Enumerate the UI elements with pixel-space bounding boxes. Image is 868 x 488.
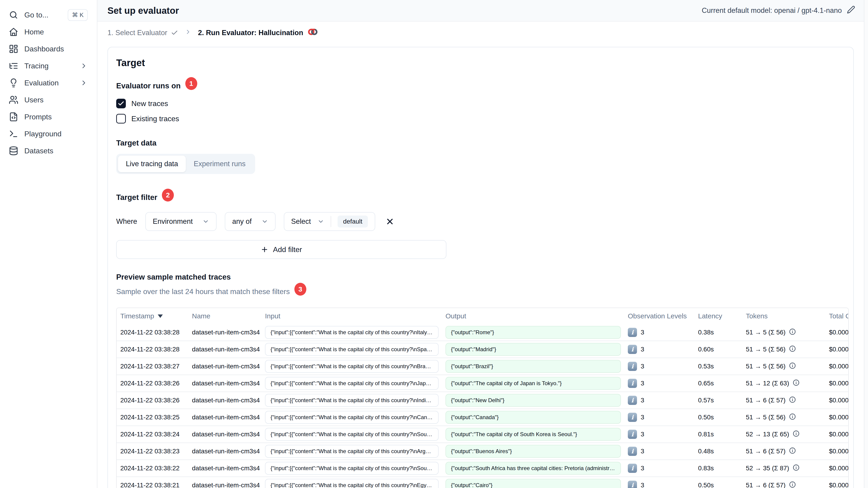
sidebar-item-home[interactable]: Home [0, 24, 97, 40]
target-card: Target Evaluator runs on 1 New tracesExi… [107, 47, 854, 488]
table-row[interactable]: 2024-11-22 03:38:28dataset-run-item-cm3s… [117, 324, 848, 340]
name-cell: dataset-run-item-cm3s4 [188, 414, 261, 421]
breadcrumb-step-1[interactable]: 1. Select Evaluator [107, 29, 178, 37]
page-scrollbar[interactable] [864, 0, 868, 488]
chevron-down-icon [202, 218, 209, 225]
sidebar-item-datasets[interactable]: Datasets [0, 142, 97, 159]
chevron-down-icon [317, 218, 324, 225]
timestamp-cell: 2024-11-22 03:38:26 [117, 397, 188, 404]
column-header-timestamp[interactable]: Timestamp [117, 312, 188, 320]
target-data-label: Target data [116, 139, 849, 148]
info-icon [789, 345, 796, 354]
total-cost-cell: $0.000011 ( [825, 329, 848, 336]
model-label: Current default model: openai / gpt-4.1-… [702, 6, 842, 15]
traces-table: TimestampNameInputOutputObservation Leve… [116, 307, 849, 488]
latency-cell: 0.65s [694, 380, 742, 387]
sidebar-item-tracing[interactable]: Tracing [0, 57, 97, 74]
sort-desc-icon [158, 315, 163, 318]
info-level-icon: i [628, 328, 637, 337]
name-cell: dataset-run-item-cm3s4 [188, 363, 261, 370]
total-cost-cell: $0.000011 ( [825, 363, 848, 370]
datasets-icon [9, 146, 19, 156]
table-row[interactable]: 2024-11-22 03:38:24dataset-run-item-cm3s… [117, 426, 848, 443]
table-body: 2024-11-22 03:38:28dataset-run-item-cm3s… [117, 324, 848, 488]
close-icon [385, 217, 395, 226]
table-row[interactable]: 2024-11-22 03:38:28dataset-run-item-cm3s… [117, 340, 848, 358]
shortcut-badge: ⌘ K [68, 9, 88, 21]
tab-live-tracing-data[interactable]: Live tracing data [118, 156, 186, 172]
sidebar-item-label: Tracing [24, 62, 49, 70]
sidebar-item-evaluation[interactable]: Evaluation [0, 74, 97, 91]
sidebar-item-label: Prompts [24, 113, 52, 121]
filter-value-select[interactable]: Select default [284, 212, 375, 231]
checkbox-checked[interactable] [116, 99, 126, 108]
table-row[interactable]: 2024-11-22 03:38:23dataset-run-item-cm3s… [117, 443, 848, 459]
check-icon [171, 29, 178, 36]
output-cell: {"output":"Cairo"} [445, 479, 621, 488]
topbar: Set up evaluator Current default model: … [97, 0, 868, 22]
edit-pencil-icon[interactable] [847, 5, 855, 15]
home-icon [9, 27, 19, 37]
table-row[interactable]: 2024-11-22 03:38:26dataset-run-item-cm3s… [117, 375, 848, 392]
sidebar-item-dashboards[interactable]: Dashboards [0, 40, 97, 57]
input-cell: {"input":[{"content":"What is the capita… [265, 326, 439, 339]
checkbox-label: Existing traces [131, 115, 179, 123]
default-model-info: Current default model: openai / gpt-4.1-… [702, 5, 855, 15]
observation-levels-cell: i3 [624, 413, 694, 422]
table-row[interactable]: 2024-11-22 03:38:21dataset-run-item-cm3s… [117, 477, 848, 488]
column-header-output: Output [442, 312, 624, 320]
checkbox[interactable] [116, 114, 126, 124]
latency-cell: 0.57s [694, 397, 742, 404]
tokens-cell: 51 → 5 (Σ 56) [742, 362, 825, 371]
divider [331, 216, 331, 227]
column-header-latency: Latency [694, 312, 742, 320]
chevron-right-icon [80, 62, 88, 70]
timestamp-cell: 2024-11-22 03:38:28 [117, 346, 188, 353]
sidebar-item-users[interactable]: Users [0, 91, 97, 108]
timestamp-cell: 2024-11-22 03:38:21 [117, 482, 188, 488]
timestamp-cell: 2024-11-22 03:38:28 [117, 329, 188, 336]
step-badge-3: 3 [294, 283, 306, 296]
page-title: Set up evaluator [107, 5, 179, 16]
timestamp-cell: 2024-11-22 03:38:23 [117, 448, 188, 455]
sidebar-item-label: Home [24, 28, 44, 36]
add-filter-button[interactable]: Add filter [116, 240, 446, 259]
info-level-icon: i [628, 464, 637, 473]
table-row[interactable]: 2024-11-22 03:38:26dataset-run-item-cm3s… [117, 392, 848, 409]
evaluation-icon [9, 78, 19, 88]
target-data-tabs: Live tracing dataExperiment runs [116, 154, 255, 174]
output-cell: {"output":"Buenos Aires"} [445, 445, 621, 458]
sidebar-item-playground[interactable]: Playground [0, 125, 97, 142]
goto-search[interactable]: Go to... ⌘ K [0, 6, 97, 24]
total-cost-cell: $0.000011 ( [825, 482, 848, 488]
table-row[interactable]: 2024-11-22 03:38:25dataset-run-item-cm3s… [117, 409, 848, 426]
sidebar-nav: HomeDashboardsTracingEvaluationUsersProm… [0, 24, 97, 159]
table-row[interactable]: 2024-11-22 03:38:22dataset-run-item-cm3s… [117, 459, 848, 477]
filter-column-select[interactable]: Environment [145, 212, 217, 231]
output-cell: {"output":"Canada"} [445, 411, 621, 424]
sidebar-item-prompts[interactable]: Prompts [0, 108, 97, 125]
latency-cell: 0.81s [694, 431, 742, 438]
filter-value-chip: default [338, 216, 368, 227]
checkbox-label: New traces [131, 99, 168, 108]
checkbox-option-0[interactable]: New traces [116, 99, 849, 108]
timestamp-cell: 2024-11-22 03:38:24 [117, 431, 188, 438]
table-header-row: TimestampNameInputOutputObservation Leve… [117, 308, 848, 324]
input-cell: {"input":[{"content":"What is the capita… [265, 462, 439, 475]
remove-filter-button[interactable] [383, 215, 396, 228]
output-cell: {"output":"New Delhi"} [445, 394, 621, 407]
info-icon [789, 447, 796, 456]
observation-levels-cell: i3 [624, 396, 694, 405]
info-icon [789, 396, 796, 405]
target-heading: Target [116, 57, 849, 68]
total-cost-cell: $0.000016 [825, 431, 848, 438]
table-row[interactable]: 2024-11-22 03:38:27dataset-run-item-cm3s… [117, 358, 848, 375]
checkbox-option-1[interactable]: Existing traces [116, 114, 849, 124]
sidebar: Go to... ⌘ K HomeDashboardsTracingEvalua… [0, 0, 97, 488]
search-icon [9, 10, 19, 20]
name-cell: dataset-run-item-cm3s4 [188, 448, 261, 455]
column-header-total-cost: Total Cost [825, 312, 848, 320]
filter-operator-select[interactable]: any of [225, 212, 275, 231]
chevron-right-icon [80, 79, 88, 87]
tab-experiment-runs[interactable]: Experiment runs [186, 156, 253, 172]
